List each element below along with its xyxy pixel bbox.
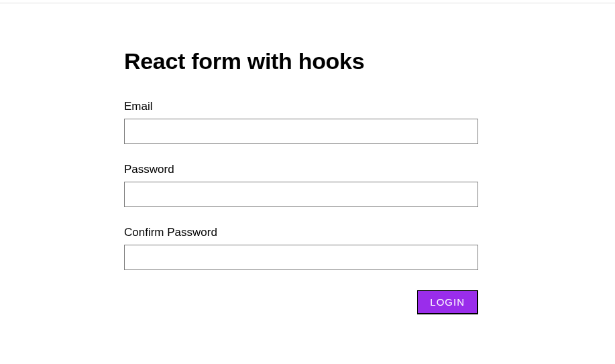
- email-label: Email: [124, 100, 483, 113]
- password-label: Password: [124, 163, 483, 176]
- confirm-password-field[interactable]: [124, 245, 478, 270]
- confirm-password-group: Confirm Password: [124, 226, 483, 270]
- email-group: Email: [124, 100, 483, 144]
- page-title: React form with hooks: [124, 48, 483, 74]
- login-button[interactable]: LOGIN: [417, 290, 478, 314]
- password-group: Password: [124, 163, 483, 207]
- top-divider: [0, 3, 615, 3]
- button-row: LOGIN: [124, 290, 478, 314]
- form-container: React form with hooks Email Password Con…: [0, 0, 483, 314]
- confirm-password-label: Confirm Password: [124, 226, 483, 239]
- email-field[interactable]: [124, 119, 478, 144]
- password-field[interactable]: [124, 182, 478, 207]
